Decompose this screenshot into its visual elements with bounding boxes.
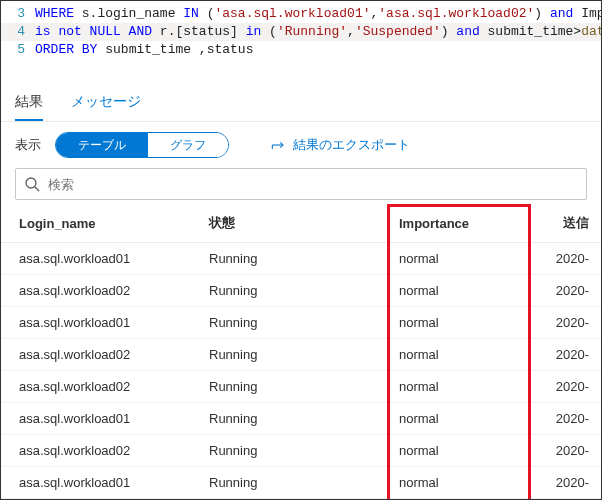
tab-messages[interactable]: メッセージ	[71, 93, 141, 121]
cell-importance: normal	[351, 403, 501, 435]
cell-submit: 2020-	[501, 371, 601, 403]
code-line[interactable]: ORDER BY submit_time ,status	[35, 41, 601, 59]
cell-status: Running	[191, 307, 351, 339]
cell-status: Running	[191, 371, 351, 403]
sql-editor[interactable]: 3WHERE s.login_name IN ('asa.sql.workloa…	[1, 1, 601, 65]
col-header-status[interactable]: 状態	[191, 204, 351, 243]
svg-point-0	[26, 178, 36, 188]
view-label: 表示	[15, 136, 41, 154]
cell-submit: 2020-	[501, 467, 601, 499]
table-row[interactable]: asa.sql.workload02Runningnormal2020-	[1, 435, 601, 467]
cell-status: Running	[191, 435, 351, 467]
table-row[interactable]: asa.sql.workload02Runningnormal2020-	[1, 371, 601, 403]
cell-submit: 2020-	[501, 403, 601, 435]
cell-status: Running	[191, 467, 351, 499]
tab-results[interactable]: 結果	[15, 93, 43, 121]
export-icon	[271, 138, 287, 152]
cell-importance: normal	[351, 243, 501, 275]
cell-submit: 2020-	[501, 307, 601, 339]
cell-submit: 2020-	[501, 243, 601, 275]
cell-status: Running	[191, 339, 351, 371]
cell-importance: normal	[351, 371, 501, 403]
cell-login: asa.sql.workload01	[1, 307, 191, 339]
cell-login: asa.sql.workload02	[1, 339, 191, 371]
cell-importance: normal	[351, 275, 501, 307]
line-number: 5	[1, 41, 35, 59]
line-number: 4	[1, 23, 35, 41]
search-box[interactable]	[15, 168, 587, 200]
cell-login: asa.sql.workload01	[1, 243, 191, 275]
cell-login: asa.sql.workload01	[1, 467, 191, 499]
pill-graph[interactable]: グラフ	[148, 133, 228, 157]
cell-submit: 2020-	[501, 275, 601, 307]
table-row[interactable]: asa.sql.workload01Runningnormal2020-	[1, 243, 601, 275]
col-header-importance[interactable]: Importance	[351, 204, 501, 243]
code-line[interactable]: is not NULL AND r.[status] in ('Running'…	[35, 23, 601, 41]
cell-status: Running	[191, 403, 351, 435]
cell-login: asa.sql.workload02	[1, 275, 191, 307]
cell-login: asa.sql.workload01	[1, 403, 191, 435]
cell-login: asa.sql.workload02	[1, 435, 191, 467]
export-label: 結果のエクスポート	[293, 136, 410, 154]
col-header-submit[interactable]: 送信	[501, 204, 601, 243]
results-toolbar: 表示 テーブル グラフ 結果のエクスポート	[1, 122, 601, 168]
search-input[interactable]	[40, 177, 578, 192]
results-table-wrap: Login_name 状態 Importance 送信 asa.sql.work…	[1, 204, 601, 500]
cell-status: Running	[191, 275, 351, 307]
table-header-row: Login_name 状態 Importance 送信	[1, 204, 601, 243]
cell-importance: normal	[351, 307, 501, 339]
table-row[interactable]: asa.sql.workload01Runningnormal2020-	[1, 467, 601, 499]
cell-importance: normal	[351, 467, 501, 499]
code-line[interactable]: WHERE s.login_name IN ('asa.sql.workload…	[35, 5, 601, 23]
cell-submit: 2020-	[501, 435, 601, 467]
cell-submit: 2020-	[501, 339, 601, 371]
cell-login: asa.sql.workload02	[1, 371, 191, 403]
cell-status: Running	[191, 243, 351, 275]
results-table: Login_name 状態 Importance 送信 asa.sql.work…	[1, 204, 601, 500]
table-row[interactable]: asa.sql.workload02Runningnormal2020-	[1, 339, 601, 371]
search-icon	[24, 176, 40, 192]
export-results-button[interactable]: 結果のエクスポート	[271, 136, 410, 154]
result-tabs: 結果 メッセージ	[1, 83, 601, 122]
table-row[interactable]: asa.sql.workload01Runningnormal2020-	[1, 403, 601, 435]
view-toggle: テーブル グラフ	[55, 132, 229, 158]
table-row[interactable]: asa.sql.workload02Runningnormal2020-	[1, 275, 601, 307]
pill-table[interactable]: テーブル	[56, 133, 148, 157]
line-number: 3	[1, 5, 35, 23]
cell-importance: normal	[351, 435, 501, 467]
cell-importance: normal	[351, 339, 501, 371]
table-row[interactable]: asa.sql.workload01Runningnormal2020-	[1, 307, 601, 339]
col-header-login[interactable]: Login_name	[1, 204, 191, 243]
